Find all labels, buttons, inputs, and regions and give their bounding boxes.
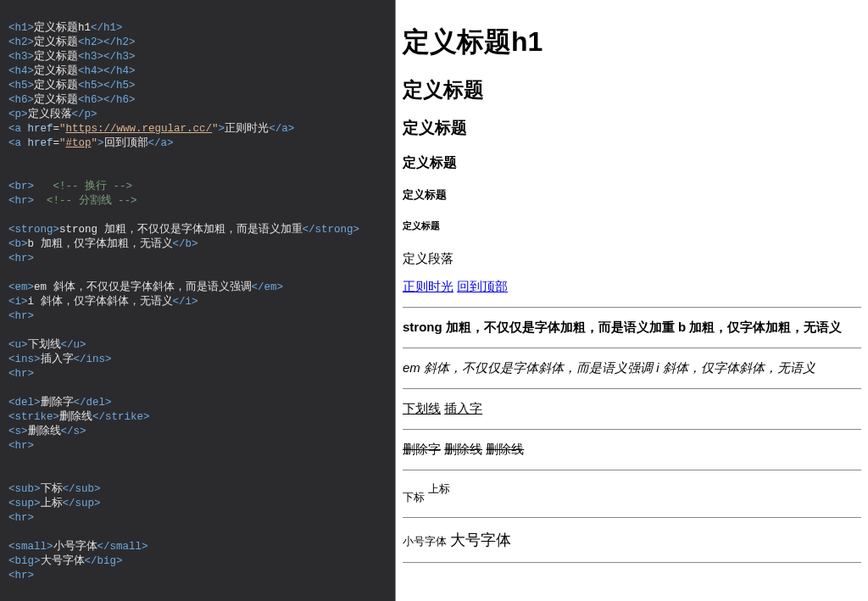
code-token: <!-- 分割线 --> — [47, 195, 137, 207]
code-editor[interactable]: <h1>定义标题h1</h1> <h2>定义标题<h2></h2> <h3>定义… — [0, 0, 395, 601]
code-token: 插入字 — [41, 353, 74, 365]
code-token: " — [59, 123, 66, 135]
sub-text: 下标 — [403, 492, 425, 504]
code-token: <h5> — [78, 80, 103, 92]
code-token: </h3> — [103, 51, 136, 63]
strike-text: 删除线 — [444, 442, 482, 456]
code-token: <br> — [8, 181, 34, 192]
code-token: </ins> — [74, 353, 112, 365]
hr-divider — [403, 470, 861, 470]
link-top[interactable]: 回到顶部 — [457, 279, 508, 293]
code-token: 删除线 — [59, 411, 92, 423]
code-token: 定义标题 — [34, 65, 78, 77]
code-token: <h2> — [78, 36, 103, 48]
code-token: <b> — [8, 238, 28, 250]
code-token: 回到顶部 — [104, 137, 148, 149]
code-token: <hr> — [8, 195, 34, 207]
code-token: 上标 — [41, 498, 63, 509]
code-token: 删除线 — [28, 426, 61, 437]
code-token: <h3> — [8, 51, 34, 63]
code-token: " — [212, 123, 219, 135]
code-token: b 加粗，仅字体加粗，无语义 — [28, 238, 173, 250]
code-token: <s> — [8, 426, 28, 437]
del-text: 删除字 — [403, 442, 441, 456]
heading-h4: 定义标题 — [403, 154, 861, 172]
code-token: </i> — [173, 296, 198, 308]
hr-divider — [403, 517, 861, 518]
code-token: href — [28, 137, 53, 149]
code-token: <del> — [8, 397, 41, 409]
code-token: 下划线 — [28, 339, 61, 351]
code-token: </h5> — [103, 80, 136, 92]
code-token: " — [59, 137, 66, 149]
code-token: <h6> — [8, 94, 34, 106]
code-token: <sup> — [8, 498, 41, 509]
code-token: https://www.regular.cc/ — [66, 123, 213, 135]
preview-pane: 定义标题h1 定义标题 定义标题 定义标题 定义标题 定义标题 定义段落 正则时… — [395, 0, 868, 601]
heading-h2: 定义标题 — [403, 76, 861, 103]
code-token: 下标 — [41, 483, 63, 495]
code-token: <em> — [8, 281, 34, 293]
code-token: > — [97, 137, 104, 149]
code-token: </u> — [61, 339, 86, 351]
code-token: </small> — [97, 541, 148, 553]
code-token: <sub> — [8, 483, 41, 495]
code-token: </h2> — [103, 36, 136, 48]
code-token: = — [53, 123, 60, 135]
heading-h6: 定义标题 — [403, 220, 861, 232]
code-token: <strike> — [8, 411, 59, 423]
code-token: </strike> — [92, 411, 150, 423]
code-token: </sup> — [63, 498, 101, 509]
code-token: <ins> — [8, 353, 41, 365]
code-token: <small> — [8, 541, 53, 553]
code-token: = — [53, 137, 60, 149]
code-token: <h6> — [78, 94, 103, 106]
code-token: </a> — [269, 123, 294, 135]
code-token: strong 加粗，不仅仅是字体加粗，而是语义加重 — [59, 224, 303, 236]
code-token: <hr> — [8, 253, 34, 264]
code-token: 定义标题 — [34, 80, 78, 92]
code-token: <p> — [8, 109, 28, 120]
code-token: 正则时光 — [225, 123, 269, 135]
ins-text: 插入字 — [444, 401, 482, 415]
s-text: 删除线 — [486, 442, 524, 456]
code-token: </p> — [72, 109, 97, 120]
heading-h5: 定义标题 — [403, 187, 861, 203]
code-token: <h4> — [78, 65, 103, 77]
i-text: i 斜体，仅字体斜体，无语义 — [653, 360, 815, 375]
code-token: <strong> — [8, 224, 59, 236]
code-token: <h4> — [8, 65, 34, 77]
code-token: 定义标题 — [34, 51, 78, 63]
code-token: 定义标题 — [34, 94, 78, 106]
u-text: 下划线 — [403, 401, 441, 415]
code-token: </h4> — [103, 65, 136, 77]
sup-text: 上标 — [428, 483, 450, 495]
hr-divider — [403, 562, 861, 563]
code-token: </a> — [148, 137, 174, 149]
code-token: href — [28, 123, 53, 135]
code-token: </h1> — [91, 22, 123, 34]
code-token: </strong> — [303, 224, 360, 236]
b-text: b 加粗，仅字体加粗，无语义 — [675, 320, 843, 334]
code-token: 定义标题h1 — [34, 22, 91, 34]
code-token: </h6> — [103, 94, 136, 106]
hr-divider — [403, 388, 861, 389]
code-token: </s> — [61, 426, 86, 437]
code-token: <hr> — [8, 512, 34, 524]
code-token: " — [92, 137, 98, 149]
code-token: <big> — [8, 555, 41, 567]
code-token: <h1> — [8, 22, 34, 34]
strong-text: strong 加粗，不仅仅是字体加粗，而是语义加重 — [403, 320, 675, 334]
code-token: 定义标题 — [34, 36, 78, 48]
code-token: </em> — [252, 281, 284, 293]
hr-divider — [403, 348, 861, 348]
code-token: 小号字体 — [53, 541, 97, 553]
big-text: 大号字体 — [450, 531, 511, 548]
link-regular[interactable]: 正则时光 — [403, 279, 453, 293]
small-text: 小号字体 — [403, 536, 447, 548]
code-token: <a — [8, 137, 28, 149]
code-token: </b> — [173, 238, 198, 250]
paragraph: 定义段落 — [403, 251, 861, 267]
heading-h1: 定义标题h1 — [403, 24, 861, 61]
code-token: <!-- 换行 --> — [53, 181, 133, 192]
